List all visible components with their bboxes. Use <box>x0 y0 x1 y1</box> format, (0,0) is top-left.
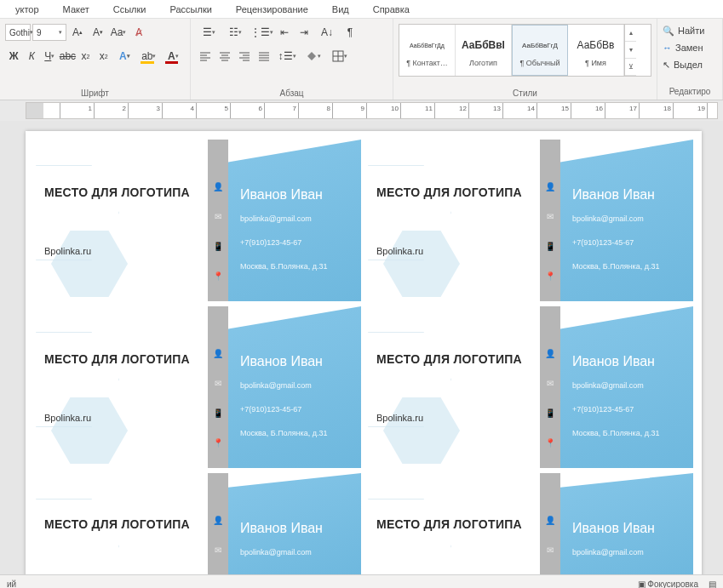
card-address[interactable]: Москва, Б.Полянка, д.31 <box>572 262 681 271</box>
chevron-up-icon[interactable]: ▴ <box>625 25 636 42</box>
style-preview: АаБбВвГгД <box>522 33 558 57</box>
justify-icon <box>258 50 270 62</box>
logo-placeholder-text[interactable]: МЕСТО ДЛЯ ЛОГОТИПА <box>44 352 198 366</box>
card-email[interactable]: bpolinka@gmail.com <box>572 381 681 390</box>
line-spacing-button[interactable]: ↕☰▾ <box>274 47 300 66</box>
styles-gallery[interactable]: АаБбВвГгДд ¶ Контакт… АаБбВвІ Логотип Аа… <box>399 24 651 77</box>
grow-font-button[interactable]: A▴ <box>68 23 87 42</box>
shading-button[interactable]: ▾ <box>301 47 326 66</box>
font-size-input[interactable]: 9▾ <box>32 24 66 41</box>
tab-help[interactable]: Справка <box>361 2 422 17</box>
tab-mailings[interactable]: Рассылки <box>158 2 223 17</box>
focus-mode-label: Фокусировка <box>647 579 698 588</box>
align-right-button[interactable] <box>235 47 254 66</box>
horizontal-ruler[interactable]: 1 2 3 4 5 6 7 8 9 10 11 12 13 14 15 16 1… <box>26 102 718 119</box>
view-print-layout-button[interactable]: ▤ <box>709 579 716 588</box>
tab-view[interactable]: Вид <box>320 2 361 17</box>
sort-button[interactable]: A↓ <box>314 23 340 42</box>
clear-formatting-button[interactable]: A̷ <box>129 23 148 42</box>
card-phone[interactable]: +7(910)123-45-67 <box>572 405 681 414</box>
site-text[interactable]: Bpolinka.ru <box>44 246 198 256</box>
shrink-font-button[interactable]: A▾ <box>89 23 107 42</box>
strikethrough-button[interactable]: abc <box>59 47 76 66</box>
card-name[interactable]: Иванов Иван <box>240 187 349 203</box>
replace-button[interactable]: ↔Замен <box>663 39 717 56</box>
logo-placeholder-text[interactable]: МЕСТО ДЛЯ ЛОГОТИПА <box>376 352 530 366</box>
italic-button[interactable]: К <box>23 47 40 66</box>
ruler-area: 1 2 3 4 5 6 7 8 9 10 11 12 13 14 15 16 1… <box>0 100 723 121</box>
borders-button[interactable]: ▾ <box>327 47 353 66</box>
gallery-scroll[interactable]: ▴ ▾ ⊻ <box>624 25 636 76</box>
person-icon: 👤 <box>213 349 223 358</box>
card-name[interactable]: Иванов Иван <box>572 521 681 536</box>
business-card-cell[interactable]: МЕСТО ДЛЯ ЛОГОТИПА Bpolinka.ru 👤 ✉ 📱 📍 И… <box>366 140 693 301</box>
logo-placeholder-text[interactable]: МЕСТО ДЛЯ ЛОГОТИПА <box>376 186 530 199</box>
card-name[interactable]: Иванов Иван <box>572 187 681 203</box>
tab-layout[interactable]: Макет <box>51 2 101 17</box>
style-name[interactable]: АаБбВв ¶ Имя <box>568 25 624 76</box>
business-card-cell[interactable]: МЕСТО ДЛЯ ЛОГОТИПА Bpolinka.ru 👤 ✉ 📱 📍 И… <box>34 140 361 301</box>
find-button[interactable]: 🔍Найти <box>663 22 717 39</box>
document-area[interactable]: МЕСТО ДЛЯ ЛОГОТИПА Bpolinka.ru 👤 ✉ 📱 📍 И… <box>0 121 723 574</box>
card-phone[interactable]: +7(910)123-45-67 <box>240 238 349 247</box>
style-normal[interactable]: АаБбВвГгД ¶ Обычный <box>512 25 568 76</box>
superscript-button[interactable]: x2 <box>95 47 112 66</box>
font-name-input[interactable]: Gothi▾ <box>5 24 31 41</box>
justify-button[interactable] <box>255 47 273 66</box>
chevron-down-icon[interactable]: ▾ <box>625 42 636 59</box>
business-card-cell[interactable]: МЕСТО ДЛЯ ЛОГОТИПА Bpolinka.ru 👤 ✉ 📱 📍 И… <box>366 306 693 468</box>
site-text[interactable]: Bpolinka.ru <box>376 413 530 423</box>
card-phone[interactable]: +7(910)123-45-67 <box>240 405 349 414</box>
logo-placeholder-text[interactable]: МЕСТО ДЛЯ ЛОГОТИПА <box>376 517 530 531</box>
show-marks-button[interactable]: ¶ <box>341 23 359 42</box>
numbering-button[interactable]: ☷▾ <box>222 23 248 42</box>
card-name[interactable]: Иванов Иван <box>572 354 681 369</box>
card-email[interactable]: bpolinka@gmail.com <box>240 548 349 557</box>
card-name[interactable]: Иванов Иван <box>240 521 349 536</box>
logo-placeholder-text[interactable]: МЕСТО ДЛЯ ЛОГОТИПА <box>44 517 198 531</box>
page[interactable]: МЕСТО ДЛЯ ЛОГОТИПА Bpolinka.ru 👤 ✉ 📱 📍 И… <box>26 131 702 574</box>
tab-review[interactable]: Рецензирование <box>224 2 320 17</box>
underline-button[interactable]: Ч▾ <box>41 47 58 66</box>
card-address[interactable]: Москва, Б.Полянка, д.31 <box>240 429 349 437</box>
bullets-button[interactable]: ☰▾ <box>196 23 221 42</box>
select-button[interactable]: ↖Выдел <box>663 56 717 73</box>
multilevel-button[interactable]: ⋮☰▾ <box>249 23 274 42</box>
card-email[interactable]: bpolinka@gmail.com <box>240 381 349 390</box>
ruler-number: 19 <box>697 105 705 112</box>
business-card-cell[interactable]: МЕСТО ДЛЯ ЛОГОТИПА 👤 ✉ Иванов Иван bpoli… <box>34 473 361 574</box>
card-email[interactable]: bpolinka@gmail.com <box>572 214 681 223</box>
logo-placeholder-text[interactable]: МЕСТО ДЛЯ ЛОГОТИПА <box>44 186 198 199</box>
focus-mode-button[interactable]: ▣ Фокусировка <box>638 579 699 588</box>
ribbon-body: Gothi▾ 9▾ A▴ A▾ Aa▾ A̷ Ж К Ч▾ abc x2 x2 … <box>0 19 723 100</box>
card-email[interactable]: bpolinka@gmail.com <box>240 214 349 223</box>
text-effects-button[interactable]: A▾ <box>113 47 136 66</box>
decrease-indent-button[interactable]: ⇤ <box>275 23 294 42</box>
card-phone[interactable]: +7(910)123-45-67 <box>572 238 681 247</box>
style-contact[interactable]: АаБбВвГгДд ¶ Контакт… <box>399 25 456 76</box>
tab-references[interactable]: Ссылки <box>101 2 158 17</box>
subscript-button[interactable]: x2 <box>77 47 94 66</box>
card-name[interactable]: Иванов Иван <box>240 354 349 369</box>
style-label: ¶ Имя <box>585 59 606 67</box>
card-email[interactable]: bpolinka@gmail.com <box>572 548 681 557</box>
font-color-button[interactable]: A▾ <box>162 47 185 66</box>
site-text[interactable]: Bpolinka.ru <box>44 413 198 423</box>
hexagon-decor <box>34 499 119 574</box>
highlight-button[interactable]: ab▾ <box>137 47 160 66</box>
card-address[interactable]: Москва, Б.Полянка, д.31 <box>240 262 349 271</box>
card-address[interactable]: Москва, Б.Полянка, д.31 <box>572 429 681 437</box>
site-text[interactable]: Bpolinka.ru <box>376 246 530 256</box>
style-logo[interactable]: АаБбВвІ Логотип <box>456 25 512 76</box>
increase-indent-button[interactable]: ⇥ <box>295 23 313 42</box>
mail-icon: ✉ <box>547 545 554 555</box>
status-left: ий <box>7 579 16 588</box>
change-case-button[interactable]: Aa▾ <box>109 23 128 42</box>
business-card-cell[interactable]: МЕСТО ДЛЯ ЛОГОТИПА Bpolinka.ru 👤 ✉ 📱 📍 И… <box>34 306 361 468</box>
align-center-button[interactable] <box>215 47 234 66</box>
business-card-cell[interactable]: МЕСТО ДЛЯ ЛОГОТИПА 👤 ✉ Иванов Иван bpoli… <box>366 473 693 574</box>
bold-button[interactable]: Ж <box>5 47 22 66</box>
tab-constructor[interactable]: уктор <box>3 2 51 17</box>
align-left-button[interactable] <box>196 47 215 66</box>
gallery-more-icon[interactable]: ⊻ <box>625 59 636 76</box>
